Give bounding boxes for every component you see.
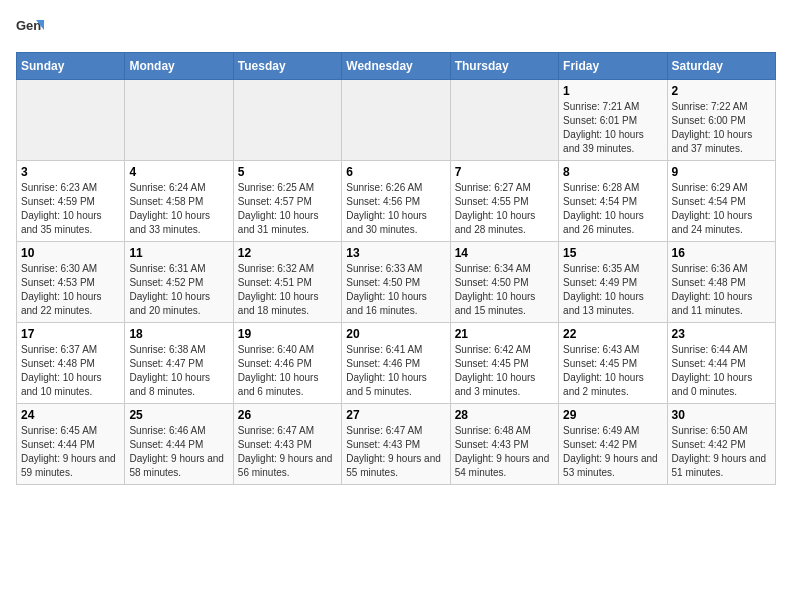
day-info: Sunrise: 6:24 AM Sunset: 4:58 PM Dayligh… <box>129 181 228 237</box>
day-info: Sunrise: 6:28 AM Sunset: 4:54 PM Dayligh… <box>563 181 662 237</box>
day-number: 15 <box>563 246 662 260</box>
calendar-cell <box>342 80 450 161</box>
weekday-header-thursday: Thursday <box>450 53 558 80</box>
calendar-cell: 14Sunrise: 6:34 AM Sunset: 4:50 PM Dayli… <box>450 242 558 323</box>
calendar-cell: 19Sunrise: 6:40 AM Sunset: 4:46 PM Dayli… <box>233 323 341 404</box>
day-number: 21 <box>455 327 554 341</box>
calendar-cell: 22Sunrise: 6:43 AM Sunset: 4:45 PM Dayli… <box>559 323 667 404</box>
calendar-cell: 18Sunrise: 6:38 AM Sunset: 4:47 PM Dayli… <box>125 323 233 404</box>
day-number: 26 <box>238 408 337 422</box>
day-info: Sunrise: 6:45 AM Sunset: 4:44 PM Dayligh… <box>21 424 120 480</box>
calendar-cell: 24Sunrise: 6:45 AM Sunset: 4:44 PM Dayli… <box>17 404 125 485</box>
day-info: Sunrise: 6:41 AM Sunset: 4:46 PM Dayligh… <box>346 343 445 399</box>
day-info: Sunrise: 6:26 AM Sunset: 4:56 PM Dayligh… <box>346 181 445 237</box>
day-info: Sunrise: 6:36 AM Sunset: 4:48 PM Dayligh… <box>672 262 771 318</box>
day-info: Sunrise: 6:40 AM Sunset: 4:46 PM Dayligh… <box>238 343 337 399</box>
calendar-cell <box>233 80 341 161</box>
calendar-cell: 27Sunrise: 6:47 AM Sunset: 4:43 PM Dayli… <box>342 404 450 485</box>
day-number: 5 <box>238 165 337 179</box>
day-number: 23 <box>672 327 771 341</box>
day-info: Sunrise: 6:50 AM Sunset: 4:42 PM Dayligh… <box>672 424 771 480</box>
day-info: Sunrise: 6:47 AM Sunset: 4:43 PM Dayligh… <box>238 424 337 480</box>
day-info: Sunrise: 6:37 AM Sunset: 4:48 PM Dayligh… <box>21 343 120 399</box>
calendar-cell: 20Sunrise: 6:41 AM Sunset: 4:46 PM Dayli… <box>342 323 450 404</box>
calendar-cell: 10Sunrise: 6:30 AM Sunset: 4:53 PM Dayli… <box>17 242 125 323</box>
day-info: Sunrise: 6:27 AM Sunset: 4:55 PM Dayligh… <box>455 181 554 237</box>
day-number: 18 <box>129 327 228 341</box>
calendar-cell: 8Sunrise: 6:28 AM Sunset: 4:54 PM Daylig… <box>559 161 667 242</box>
day-number: 14 <box>455 246 554 260</box>
calendar-cell: 1Sunrise: 7:21 AM Sunset: 6:01 PM Daylig… <box>559 80 667 161</box>
day-info: Sunrise: 6:23 AM Sunset: 4:59 PM Dayligh… <box>21 181 120 237</box>
weekday-header-wednesday: Wednesday <box>342 53 450 80</box>
day-number: 7 <box>455 165 554 179</box>
day-number: 6 <box>346 165 445 179</box>
calendar-cell <box>125 80 233 161</box>
weekday-header-tuesday: Tuesday <box>233 53 341 80</box>
day-info: Sunrise: 6:32 AM Sunset: 4:51 PM Dayligh… <box>238 262 337 318</box>
day-info: Sunrise: 6:49 AM Sunset: 4:42 PM Dayligh… <box>563 424 662 480</box>
day-number: 20 <box>346 327 445 341</box>
day-number: 17 <box>21 327 120 341</box>
calendar-week-3: 10Sunrise: 6:30 AM Sunset: 4:53 PM Dayli… <box>17 242 776 323</box>
day-number: 10 <box>21 246 120 260</box>
calendar-cell: 3Sunrise: 6:23 AM Sunset: 4:59 PM Daylig… <box>17 161 125 242</box>
calendar-cell: 4Sunrise: 6:24 AM Sunset: 4:58 PM Daylig… <box>125 161 233 242</box>
calendar-cell: 15Sunrise: 6:35 AM Sunset: 4:49 PM Dayli… <box>559 242 667 323</box>
day-info: Sunrise: 7:21 AM Sunset: 6:01 PM Dayligh… <box>563 100 662 156</box>
logo: Gen <box>16 16 46 44</box>
day-info: Sunrise: 6:38 AM Sunset: 4:47 PM Dayligh… <box>129 343 228 399</box>
calendar-cell: 13Sunrise: 6:33 AM Sunset: 4:50 PM Dayli… <box>342 242 450 323</box>
calendar-cell: 29Sunrise: 6:49 AM Sunset: 4:42 PM Dayli… <box>559 404 667 485</box>
weekday-header-monday: Monday <box>125 53 233 80</box>
calendar-cell: 16Sunrise: 6:36 AM Sunset: 4:48 PM Dayli… <box>667 242 775 323</box>
calendar-cell: 30Sunrise: 6:50 AM Sunset: 4:42 PM Dayli… <box>667 404 775 485</box>
day-info: Sunrise: 7:22 AM Sunset: 6:00 PM Dayligh… <box>672 100 771 156</box>
calendar-cell: 11Sunrise: 6:31 AM Sunset: 4:52 PM Dayli… <box>125 242 233 323</box>
calendar-cell: 9Sunrise: 6:29 AM Sunset: 4:54 PM Daylig… <box>667 161 775 242</box>
day-info: Sunrise: 6:47 AM Sunset: 4:43 PM Dayligh… <box>346 424 445 480</box>
day-number: 30 <box>672 408 771 422</box>
calendar-cell: 6Sunrise: 6:26 AM Sunset: 4:56 PM Daylig… <box>342 161 450 242</box>
calendar-cell: 7Sunrise: 6:27 AM Sunset: 4:55 PM Daylig… <box>450 161 558 242</box>
day-number: 2 <box>672 84 771 98</box>
calendar-cell: 17Sunrise: 6:37 AM Sunset: 4:48 PM Dayli… <box>17 323 125 404</box>
calendar-cell: 21Sunrise: 6:42 AM Sunset: 4:45 PM Dayli… <box>450 323 558 404</box>
page-header: Gen <box>16 16 776 44</box>
calendar-cell <box>450 80 558 161</box>
calendar-week-5: 24Sunrise: 6:45 AM Sunset: 4:44 PM Dayli… <box>17 404 776 485</box>
calendar-cell: 12Sunrise: 6:32 AM Sunset: 4:51 PM Dayli… <box>233 242 341 323</box>
day-number: 19 <box>238 327 337 341</box>
day-number: 8 <box>563 165 662 179</box>
day-info: Sunrise: 6:44 AM Sunset: 4:44 PM Dayligh… <box>672 343 771 399</box>
day-number: 1 <box>563 84 662 98</box>
calendar-cell: 26Sunrise: 6:47 AM Sunset: 4:43 PM Dayli… <box>233 404 341 485</box>
logo-icon: Gen <box>16 16 44 44</box>
day-info: Sunrise: 6:48 AM Sunset: 4:43 PM Dayligh… <box>455 424 554 480</box>
weekday-header-saturday: Saturday <box>667 53 775 80</box>
calendar-cell: 28Sunrise: 6:48 AM Sunset: 4:43 PM Dayli… <box>450 404 558 485</box>
day-info: Sunrise: 6:42 AM Sunset: 4:45 PM Dayligh… <box>455 343 554 399</box>
calendar-week-2: 3Sunrise: 6:23 AM Sunset: 4:59 PM Daylig… <box>17 161 776 242</box>
day-info: Sunrise: 6:43 AM Sunset: 4:45 PM Dayligh… <box>563 343 662 399</box>
day-info: Sunrise: 6:33 AM Sunset: 4:50 PM Dayligh… <box>346 262 445 318</box>
day-number: 16 <box>672 246 771 260</box>
day-number: 4 <box>129 165 228 179</box>
day-info: Sunrise: 6:34 AM Sunset: 4:50 PM Dayligh… <box>455 262 554 318</box>
day-number: 25 <box>129 408 228 422</box>
day-number: 11 <box>129 246 228 260</box>
day-number: 3 <box>21 165 120 179</box>
calendar-cell: 5Sunrise: 6:25 AM Sunset: 4:57 PM Daylig… <box>233 161 341 242</box>
day-number: 12 <box>238 246 337 260</box>
weekday-header-row: SundayMondayTuesdayWednesdayThursdayFrid… <box>17 53 776 80</box>
day-info: Sunrise: 6:35 AM Sunset: 4:49 PM Dayligh… <box>563 262 662 318</box>
day-number: 13 <box>346 246 445 260</box>
day-info: Sunrise: 6:25 AM Sunset: 4:57 PM Dayligh… <box>238 181 337 237</box>
day-info: Sunrise: 6:30 AM Sunset: 4:53 PM Dayligh… <box>21 262 120 318</box>
day-number: 9 <box>672 165 771 179</box>
calendar-table: SundayMondayTuesdayWednesdayThursdayFrid… <box>16 52 776 485</box>
calendar-cell <box>17 80 125 161</box>
day-number: 24 <box>21 408 120 422</box>
day-info: Sunrise: 6:31 AM Sunset: 4:52 PM Dayligh… <box>129 262 228 318</box>
calendar-week-1: 1Sunrise: 7:21 AM Sunset: 6:01 PM Daylig… <box>17 80 776 161</box>
